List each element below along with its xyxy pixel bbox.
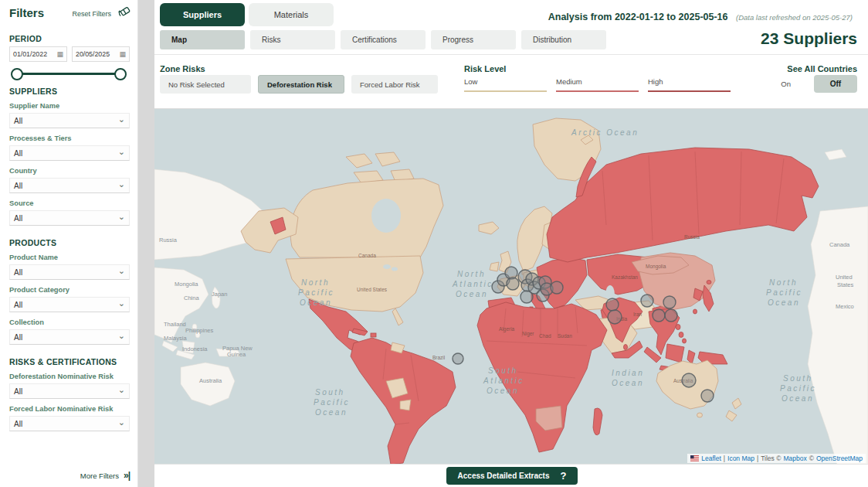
filter-product-category: Product Category All ⌄: [9, 286, 130, 312]
analysis-title: Analysis from 2022-01-12 to 2025-05-16: [548, 12, 728, 22]
end-date-field[interactable]: 20/05/2025 ▦: [72, 46, 130, 62]
zone-risks-label: Zone Risks: [160, 64, 205, 73]
tab-suppliers[interactable]: Suppliers: [160, 3, 245, 26]
risk-level-medium[interactable]: Medium: [556, 77, 639, 92]
ocean-label: Pacific: [766, 288, 802, 297]
reset-filters-button[interactable]: Reset Filters: [72, 10, 111, 18]
ocean-label: Ocean: [487, 387, 519, 395]
icon-map-link[interactable]: Icon Map: [727, 455, 754, 462]
products-heading: PRODUCTS: [9, 238, 130, 247]
filter-country: Country All ⌄: [9, 167, 130, 193]
supplier-marker[interactable]: [520, 291, 533, 303]
chevron-down-icon: ⌄: [118, 332, 125, 339]
country-label: Chad: [539, 333, 551, 339]
slider-handle-end[interactable]: [114, 68, 127, 80]
see-all-off-option[interactable]: Off: [814, 75, 857, 93]
ocean-label: South: [488, 366, 518, 375]
mapbox-link[interactable]: Mapbox: [783, 455, 806, 462]
country-label: United: [836, 274, 853, 281]
chevron-down-icon: ⌄: [118, 267, 125, 274]
calendar-icon[interactable]: ▦: [56, 51, 63, 58]
risk-level-label: Risk Level: [464, 64, 506, 73]
supplier-marker[interactable]: [507, 278, 519, 290]
tab-risks[interactable]: Risks: [250, 30, 335, 49]
forced-labor-risk-dropdown[interactable]: All ⌄: [9, 416, 130, 431]
leaflet-link[interactable]: Leaflet: [701, 455, 721, 462]
supplier-count: 23 Suppliers: [761, 29, 857, 48]
ocean-label: North: [457, 270, 486, 278]
country-label: Malaysia: [164, 335, 187, 342]
supplier-marker[interactable]: [641, 295, 653, 307]
country-label: Algeria: [499, 326, 515, 332]
country-label: Australia: [199, 377, 222, 384]
supplier-marker[interactable]: [682, 373, 696, 387]
sub-tab-bar: Map Risks Certifications Progress Distri…: [160, 30, 606, 49]
filter-label: Product Name: [9, 254, 130, 261]
attrib-separator: |: [757, 455, 758, 462]
ocean-label: North: [301, 278, 330, 287]
eraser-icon[interactable]: [117, 5, 131, 21]
tab-progress[interactable]: Progress: [431, 30, 516, 49]
processes-tiers-dropdown[interactable]: All ⌄: [9, 145, 130, 161]
tab-distribution[interactable]: Distribution: [521, 30, 606, 49]
deforestation-risk-dropdown[interactable]: All ⌄: [9, 383, 130, 399]
slider-track[interactable]: [15, 73, 122, 75]
supplier-marker[interactable]: [551, 281, 563, 294]
openstreetmap-link[interactable]: OpenStreetMap: [816, 455, 863, 462]
country-label: States: [837, 281, 854, 288]
period-range-slider[interactable]: [11, 68, 127, 79]
supplier-name-dropdown[interactable]: All ⌄: [9, 113, 130, 128]
supplier-marker[interactable]: [701, 390, 714, 402]
filter-label: Product Category: [9, 286, 130, 294]
see-all-on-option[interactable]: On: [781, 80, 791, 88]
supplier-marker[interactable]: [665, 309, 677, 322]
filter-source: Source All ⌄: [9, 199, 130, 226]
ocean-label: South: [315, 388, 345, 397]
copyright-symbol: ©: [809, 455, 814, 462]
risk-level-low[interactable]: Low: [464, 77, 547, 92]
product-name-dropdown[interactable]: All ⌄: [9, 264, 130, 280]
more-filters-button[interactable]: More Filters »|: [80, 470, 130, 481]
help-icon[interactable]: ?: [561, 470, 567, 482]
supplier-marker[interactable]: [663, 296, 676, 308]
country-label: Canada: [358, 253, 376, 258]
ocean-label: Ocean: [300, 298, 332, 307]
filters-pane: Filters Reset Filters PERIOD 01/01/2022 …: [0, 0, 138, 487]
ocean-label: Atlantic: [483, 376, 524, 385]
deforestation-risk-button[interactable]: Deforestation Risk: [258, 75, 344, 94]
no-risk-selected-button[interactable]: No Risk Selected: [160, 75, 251, 94]
risk-level-high[interactable]: High: [648, 77, 731, 92]
collection-dropdown[interactable]: All ⌄: [9, 329, 130, 345]
source-dropdown[interactable]: All ⌄: [9, 210, 130, 226]
country-label: Mexico: [836, 303, 854, 310]
start-date-field[interactable]: 01/01/2022 ▦: [9, 46, 67, 62]
country-label: Japan: [212, 291, 227, 298]
attrib-separator: |: [724, 455, 725, 462]
dropdown-value: All: [14, 420, 22, 428]
filter-label: Deforestation Nominative Risk: [9, 373, 130, 380]
report-canvas: Suppliers Materials Analysis from 2022-0…: [154, 0, 868, 487]
supplier-marker[interactable]: [653, 309, 665, 322]
tab-materials[interactable]: Materials: [249, 3, 334, 26]
see-all-countries-label: See All Countries: [787, 64, 857, 73]
supplier-marker[interactable]: [453, 353, 463, 364]
product-category-dropdown[interactable]: All ⌄: [9, 297, 130, 312]
forced-labor-risk-button[interactable]: Forced Labor Risk: [351, 75, 438, 94]
calendar-icon[interactable]: ▦: [119, 51, 126, 58]
tab-map[interactable]: Map: [160, 30, 245, 49]
more-filters-label: More Filters: [80, 472, 119, 480]
tab-certifications[interactable]: Certifications: [341, 30, 426, 49]
country-dropdown[interactable]: All ⌄: [9, 178, 130, 193]
supplier-marker[interactable]: [608, 310, 622, 324]
dropdown-value: All: [14, 268, 22, 277]
access-detailed-extracts-button[interactable]: Access Detailed Extracts ?: [446, 467, 578, 485]
supplier-marker[interactable]: [606, 298, 619, 311]
chevron-down-icon: ⌄: [118, 419, 125, 425]
ocean-label: North: [769, 278, 798, 287]
slider-handle-start[interactable]: [11, 68, 23, 80]
filter-label: Processes & Tiers: [9, 135, 130, 142]
ocean-label: Pacific: [298, 288, 334, 297]
country-label: Russia: [684, 234, 700, 240]
country-label: Iran: [633, 312, 643, 317]
world-map[interactable]: Arctic OceanNorthPacificOceanNorthAtlant…: [154, 108, 868, 465]
